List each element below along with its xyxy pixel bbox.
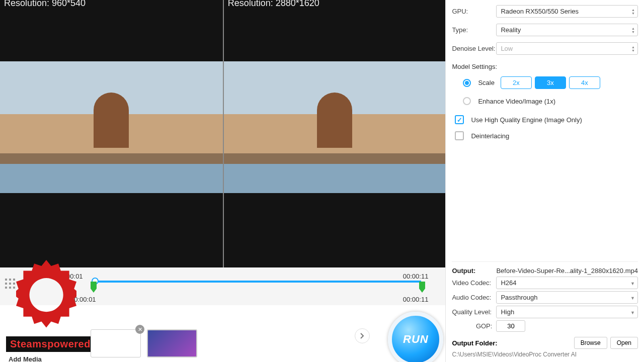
- scale-3x-button[interactable]: 3x: [535, 76, 566, 89]
- denoise-select[interactable]: Low: [496, 42, 638, 55]
- media-strip: Steamspowered Add Media RUN: [0, 305, 445, 362]
- updown-icon: [631, 27, 635, 34]
- scale-radio[interactable]: [463, 79, 471, 87]
- preview-image-right: [224, 61, 446, 193]
- trim-end-flag[interactable]: [417, 282, 425, 293]
- resolution-left: Resolution: 960*540: [4, 0, 86, 9]
- chevron-down-icon: [630, 295, 635, 301]
- scale-4x-button[interactable]: 4x: [569, 76, 600, 89]
- scale-2x-button[interactable]: 2x: [501, 76, 532, 89]
- chevron-right-icon: [359, 333, 365, 339]
- svg-marker-10: [419, 282, 425, 293]
- run-button[interactable]: RUN: [388, 312, 443, 362]
- vcodec-label: Video Codec:: [452, 279, 496, 287]
- enhance-label: Enhance Video/Image (1x): [478, 98, 555, 105]
- preview-after: Resolution: 2880*1620: [223, 0, 446, 267]
- deinterlace-checkbox[interactable]: [455, 131, 464, 140]
- hq-label: Use High Quality Engine (Image Only): [471, 116, 582, 124]
- brand-badge: Steamspowered: [6, 336, 95, 352]
- timestamp-out-top: 00:00:11: [403, 273, 429, 280]
- model-settings-label: Model Settings:: [452, 63, 638, 70]
- hq-checkbox[interactable]: ✓: [455, 115, 464, 124]
- trim-start-flag[interactable]: [91, 282, 99, 293]
- svg-rect-1: [9, 279, 11, 281]
- type-label: Type:: [452, 26, 496, 34]
- preview-before: Resolution: 960*540: [0, 0, 223, 267]
- gear-logo-icon: [16, 260, 76, 340]
- svg-rect-4: [9, 283, 11, 285]
- vcodec-select[interactable]: H264: [496, 277, 638, 289]
- acodec-select[interactable]: Passthrough: [496, 291, 638, 304]
- denoise-label: Denoise Level:: [452, 45, 496, 52]
- timeline-track[interactable]: [94, 281, 421, 283]
- gpu-label: GPU:: [452, 8, 496, 15]
- gop-label: GOP:: [452, 322, 496, 330]
- quality-select[interactable]: High: [496, 306, 638, 318]
- chevron-down-icon: [630, 309, 635, 315]
- gop-input[interactable]: [496, 320, 525, 332]
- open-button[interactable]: Open: [610, 337, 638, 349]
- preview-image-left: [0, 61, 223, 193]
- resolution-right: Resolution: 2880*1620: [228, 0, 319, 9]
- type-select[interactable]: Reality: [496, 24, 638, 36]
- enhance-radio[interactable]: [463, 97, 471, 105]
- settings-panel: GPU: Radeon RX550/550 Series Type: Reali…: [445, 0, 644, 362]
- preview-area: Resolution: 960*540 Resolution: 2880*162…: [0, 0, 445, 267]
- svg-rect-8: [13, 287, 15, 289]
- updown-icon: [631, 45, 635, 52]
- svg-rect-0: [5, 279, 7, 281]
- output-folder-path: C:\Users\MSIE\Videos\VideoProc Converter…: [452, 351, 638, 358]
- media-thumb-2[interactable]: [147, 329, 197, 357]
- deinterlace-label: Deinterlacing: [471, 132, 509, 140]
- svg-marker-9: [91, 282, 97, 293]
- svg-rect-6: [5, 287, 7, 289]
- scale-label: Scale: [478, 79, 495, 86]
- grid-icon[interactable]: [5, 279, 15, 289]
- gpu-select[interactable]: Radeon RX550/550 Series: [496, 5, 638, 18]
- timestamp-out-bottom: 00:00:11: [403, 296, 429, 303]
- next-media-button[interactable]: [355, 328, 370, 343]
- media-thumb-1[interactable]: [91, 329, 141, 357]
- output-filename: Before-Video-Super-Re...ality-1_2880x162…: [496, 267, 638, 275]
- output-label: Output:: [452, 267, 496, 275]
- output-folder-label: Output Folder:: [452, 339, 497, 347]
- output-section: Output: Before-Video-Super-Re...ality-1_…: [452, 261, 638, 362]
- acodec-label: Audio Codec:: [452, 294, 496, 301]
- svg-rect-5: [13, 283, 15, 285]
- quality-label: Quality Level:: [452, 308, 496, 316]
- svg-rect-7: [9, 287, 11, 289]
- svg-rect-2: [13, 279, 15, 281]
- add-media-button[interactable]: Add Media: [9, 355, 42, 362]
- chevron-down-icon: [630, 280, 635, 286]
- svg-rect-3: [5, 283, 7, 285]
- updown-icon: [631, 8, 635, 15]
- browse-button[interactable]: Browse: [574, 337, 607, 349]
